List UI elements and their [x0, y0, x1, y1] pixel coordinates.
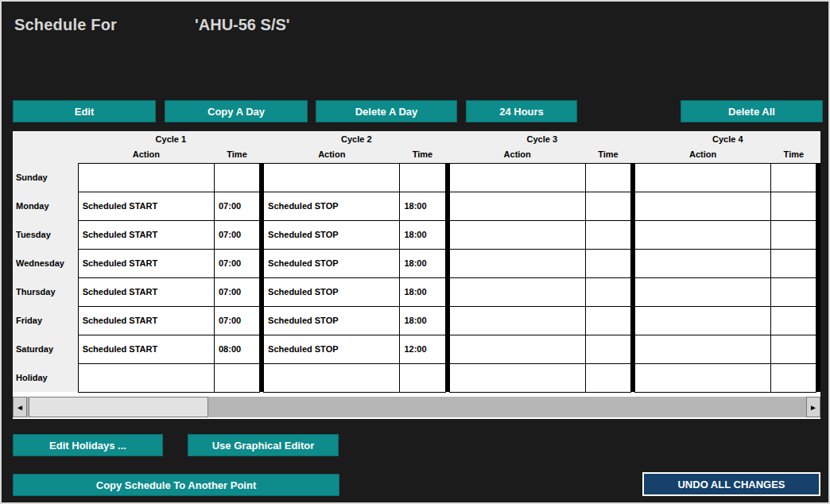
header-spacer: [816, 146, 820, 163]
time-cell[interactable]: [400, 363, 445, 392]
use-graphical-editor-button[interactable]: Use Graphical Editor: [188, 434, 339, 456]
action-cell[interactable]: [634, 220, 770, 249]
24-hours-button[interactable]: 24 Hours: [466, 100, 577, 122]
time-cell[interactable]: [400, 163, 445, 192]
action-cell[interactable]: Scheduled START: [78, 192, 214, 220]
time-cell[interactable]: 07:00: [214, 277, 259, 306]
schedule-row: FridayScheduled START07:00Scheduled STOP…: [13, 306, 820, 335]
action-cell[interactable]: [449, 363, 585, 392]
scrollbar-track[interactable]: [27, 397, 806, 417]
time-column-header: Time: [400, 146, 445, 163]
time-cell[interactable]: 07:00: [214, 220, 259, 249]
cycle-divider: [816, 363, 820, 392]
action-cell[interactable]: [449, 192, 585, 220]
time-cell[interactable]: [585, 363, 630, 392]
cycle-3-header: Cycle 3: [449, 131, 634, 146]
time-cell[interactable]: 07:00: [214, 192, 259, 220]
time-cell[interactable]: [585, 277, 630, 306]
action-cell[interactable]: Scheduled STOP: [264, 249, 400, 277]
time-cell[interactable]: [585, 306, 630, 335]
action-column-header: Action: [78, 146, 214, 163]
action-cell[interactable]: Scheduled START: [78, 249, 214, 277]
time-cell[interactable]: [585, 335, 630, 363]
time-cell[interactable]: 07:00: [214, 306, 259, 335]
time-cell[interactable]: [585, 192, 630, 220]
action-cell[interactable]: Scheduled START: [78, 220, 214, 249]
day-label: Sunday: [13, 163, 78, 192]
scroll-left-button[interactable]: ◄: [13, 397, 27, 417]
action-cell[interactable]: [449, 249, 585, 277]
scroll-right-button[interactable]: ►: [806, 397, 820, 417]
time-cell[interactable]: [214, 163, 259, 192]
schedule-row: Sunday: [13, 163, 820, 192]
cycle-divider: [816, 306, 820, 335]
cycle-divider: [816, 220, 820, 249]
action-cell[interactable]: [634, 192, 770, 220]
edit-button[interactable]: Edit: [13, 100, 156, 122]
action-cell[interactable]: [78, 363, 214, 392]
action-cell[interactable]: Scheduled START: [78, 277, 214, 306]
schedule-window: Schedule For 'AHU-56 S/S' Edit Copy A Da…: [0, 0, 830, 504]
action-cell[interactable]: [634, 163, 770, 192]
time-cell[interactable]: [585, 163, 630, 192]
time-cell[interactable]: 18:00: [400, 249, 445, 277]
copy-a-day-button[interactable]: Copy A Day: [165, 100, 308, 122]
action-cell[interactable]: [634, 277, 770, 306]
scrollbar-thumb[interactable]: [29, 397, 208, 417]
time-cell[interactable]: [771, 220, 816, 249]
schedule-row: WednesdayScheduled START07:00Scheduled S…: [13, 249, 820, 277]
action-cell[interactable]: [634, 335, 770, 363]
action-cell[interactable]: [449, 335, 585, 363]
time-cell[interactable]: [771, 363, 816, 392]
action-cell[interactable]: [449, 220, 585, 249]
delete-a-day-button[interactable]: Delete A Day: [316, 100, 457, 122]
schedule-table-container: Cycle 1 Cycle 2 Cycle 3 Cycle 4 Action T…: [13, 131, 820, 419]
time-cell[interactable]: [771, 277, 816, 306]
action-cell[interactable]: [449, 306, 585, 335]
time-cell[interactable]: 12:00: [400, 335, 445, 363]
horizontal-scrollbar[interactable]: ◄ ►: [13, 397, 820, 417]
action-cell[interactable]: Scheduled STOP: [264, 277, 400, 306]
action-cell[interactable]: [449, 163, 585, 192]
day-label: Saturday: [13, 335, 78, 363]
time-cell[interactable]: [771, 163, 816, 192]
action-cell[interactable]: Scheduled STOP: [264, 335, 400, 363]
action-cell[interactable]: Scheduled STOP: [264, 306, 400, 335]
action-cell[interactable]: Scheduled START: [78, 335, 214, 363]
time-cell[interactable]: [771, 335, 816, 363]
time-cell[interactable]: [771, 192, 816, 220]
copy-schedule-button[interactable]: Copy Schedule To Another Point: [13, 474, 339, 496]
time-cell[interactable]: 18:00: [400, 220, 445, 249]
cycle-divider: [816, 163, 820, 192]
time-cell[interactable]: [771, 306, 816, 335]
action-cell[interactable]: [264, 363, 400, 392]
undo-all-changes-button[interactable]: UNDO ALL CHANGES: [642, 472, 820, 496]
edit-holidays-button[interactable]: Edit Holidays ...: [13, 434, 163, 456]
action-cell[interactable]: Scheduled STOP: [264, 192, 400, 220]
time-cell[interactable]: 07:00: [214, 249, 259, 277]
cycle-2-header: Cycle 2: [264, 131, 449, 146]
time-cell[interactable]: 18:00: [400, 306, 445, 335]
time-cell[interactable]: [214, 363, 259, 392]
delete-all-button[interactable]: Delete All: [681, 100, 823, 122]
cycle-1-header: Cycle 1: [78, 131, 263, 146]
action-cell[interactable]: Scheduled STOP: [264, 220, 400, 249]
schedule-row: ThursdayScheduled START07:00Scheduled ST…: [13, 277, 820, 306]
time-cell[interactable]: [585, 220, 630, 249]
scroll-left-icon: ◄: [16, 403, 24, 412]
action-cell[interactable]: [264, 163, 400, 192]
time-cell[interactable]: [771, 249, 816, 277]
action-cell[interactable]: [634, 249, 770, 277]
time-cell[interactable]: 18:00: [400, 277, 445, 306]
action-cell[interactable]: [634, 363, 770, 392]
time-cell[interactable]: 08:00: [214, 335, 259, 363]
time-cell[interactable]: 18:00: [400, 192, 445, 220]
schedule-row: TuesdayScheduled START07:00Scheduled STO…: [13, 220, 820, 249]
action-cell[interactable]: Scheduled START: [78, 306, 214, 335]
action-cell[interactable]: [78, 163, 214, 192]
day-label: Tuesday: [13, 220, 78, 249]
time-column-header: Time: [771, 146, 816, 163]
time-cell[interactable]: [585, 249, 630, 277]
action-cell[interactable]: [449, 277, 585, 306]
action-cell[interactable]: [634, 306, 770, 335]
